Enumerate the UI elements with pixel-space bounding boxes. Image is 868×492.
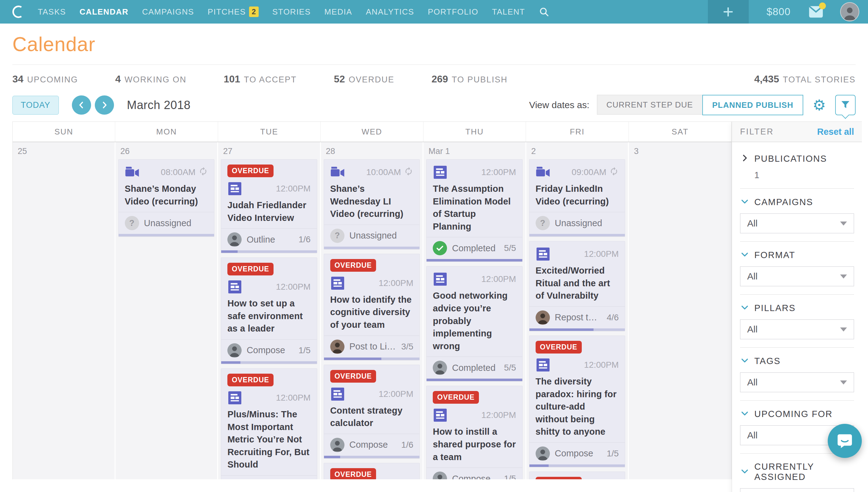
- day-cell-mar-1[interactable]: Mar 112:00PMThe Assumption Elimination M…: [423, 142, 526, 479]
- story-card[interactable]: 12:00PMThe Assumption Elimination Model …: [426, 159, 523, 262]
- story-card[interactable]: OVERDUE12:00PMHow to instill a shared pu…: [426, 386, 523, 479]
- assignee-avatar: [536, 311, 550, 325]
- card-title: The diversity paradox: hiring for cultur…: [536, 375, 619, 438]
- stat-to-accept[interactable]: 101TO ACCEPT: [224, 73, 297, 85]
- story-card[interactable]: OVERDUE12:00PMJudah Friedlander Video In…: [221, 159, 317, 253]
- date-label: 3: [629, 142, 731, 158]
- page-title: Calendar: [13, 33, 855, 56]
- card-body: 12:00PMGood networking advice you’re pro…: [426, 267, 522, 356]
- story-card[interactable]: 12:00PMGood networking advice you’re pro…: [426, 266, 523, 382]
- month-title: March 2018: [127, 99, 191, 112]
- nav-item-label: CAMPAIGNS: [142, 7, 194, 17]
- card-list: 10:00AMShane’s Wednesday LI Video (recur…: [321, 158, 423, 479]
- pillars-select[interactable]: All: [740, 319, 854, 339]
- nav-item-campaigns[interactable]: CAMPAIGNS: [142, 7, 194, 17]
- card-time: 12:00PM: [584, 360, 619, 370]
- overdue-badge: OVERDUE: [433, 391, 479, 404]
- nav-right: + $800: [708, 0, 868, 24]
- day-cell-28[interactable]: 2810:00AMShane’s Wednesday LI Video (rec…: [321, 142, 424, 479]
- workflow-step-label: Outline: [247, 235, 294, 245]
- stat-upcoming[interactable]: 34UPCOMING: [13, 73, 78, 85]
- story-card[interactable]: OVERDUE12:00PMThe diversity paradox: hir…: [529, 336, 625, 467]
- time-text: 10:00AM: [366, 167, 401, 177]
- stat-overdue[interactable]: 52OVERDUE: [334, 73, 394, 85]
- progress-bar: [221, 250, 317, 253]
- segment-current-step-due[interactable]: CURRENT STEP DUE: [597, 95, 702, 115]
- day-cell-2[interactable]: 209:00AMFriday LinkedIn Video (recurring…: [526, 142, 629, 479]
- today-button[interactable]: TODAY: [13, 96, 59, 115]
- filter-section-format[interactable]: FORMAT: [740, 250, 854, 260]
- filter-section-tags[interactable]: TAGS: [740, 356, 854, 366]
- story-card[interactable]: 09:00AMFriday LinkedIn Video (recurring)…: [529, 159, 625, 237]
- progress-bar: [324, 247, 420, 249]
- card-title: How to instill a shared purpose for a te…: [433, 425, 516, 463]
- day-cell-25[interactable]: 25: [13, 142, 116, 479]
- filter-section-upcoming-for[interactable]: UPCOMING FOR: [740, 409, 854, 419]
- user-avatar[interactable]: [840, 2, 859, 21]
- campaigns-select[interactable]: All: [740, 214, 854, 233]
- card-time: 08:00AM: [161, 167, 208, 178]
- segment-planned-publish[interactable]: PLANNED PUBLISH: [702, 95, 803, 115]
- card-body: OVERDUE12:00PMJudah Friedlander Video In…: [221, 159, 317, 228]
- nav-item-talent[interactable]: TALENT: [492, 7, 525, 17]
- nav-item-pitches[interactable]: PITCHES2: [207, 6, 259, 17]
- nav-item-calendar[interactable]: CALENDAR: [80, 7, 128, 17]
- select-value: All: [747, 324, 758, 335]
- publications-count: 1: [754, 170, 854, 180]
- filter-title: FILTER: [740, 127, 774, 137]
- select-value: All: [747, 271, 758, 281]
- day-cell-27[interactable]: 27OVERDUE12:00PMJudah Friedlander Video …: [218, 142, 321, 479]
- story-card[interactable]: 08:00AMShane’s Monday Video (recurring)?…: [118, 159, 215, 237]
- story-card[interactable]: OVERDUE12:00PMPlus/Minus: The Most Impor…: [221, 368, 317, 479]
- filter-section-pillars[interactable]: PILLARS: [740, 303, 854, 313]
- prev-month-button[interactable]: [72, 95, 91, 115]
- story-card[interactable]: OVERDUE12:00PMContent strategy calculato…: [324, 365, 420, 459]
- card-head: 09:00AM: [536, 166, 619, 179]
- chat-launcher-button[interactable]: [828, 424, 862, 458]
- filter-section-currently-assigned[interactable]: CURRENTLY ASSIGNED: [740, 462, 854, 482]
- story-card[interactable]: 12:00PMExcited/Worried Ritual and the ar…: [529, 241, 625, 331]
- tags-select[interactable]: All: [740, 372, 854, 392]
- app-logo[interactable]: [8, 4, 27, 20]
- filter-section-campaigns[interactable]: CAMPAIGNS: [740, 197, 854, 207]
- nav-item-stories[interactable]: STORIES: [272, 7, 311, 17]
- story-card[interactable]: OVERDUE12:00PMHow We Roll: How to determ…: [324, 463, 420, 479]
- nav-item-media[interactable]: MEDIA: [324, 7, 352, 17]
- nav-items: TASKSCALENDARCAMPAIGNSPITCHES2STORIESMED…: [38, 6, 525, 17]
- story-card[interactable]: OVERDUE12:00PMIt’s all about trust: [529, 471, 625, 479]
- search-icon[interactable]: [539, 6, 549, 17]
- card-footer: Outline1/6: [221, 228, 317, 250]
- inbox-button[interactable]: [809, 6, 823, 18]
- workflow-step-label: Compose: [349, 440, 397, 450]
- article-icon: [433, 273, 448, 286]
- nav-item-analytics[interactable]: ANALYTICS: [366, 7, 414, 17]
- format-select[interactable]: All: [740, 267, 854, 286]
- card-body: OVERDUE12:00PMContent strategy calculato…: [324, 365, 420, 434]
- add-story-button[interactable]: +: [708, 0, 749, 24]
- story-card[interactable]: 10:00AMShane’s Wednesday LI Video (recur…: [324, 159, 420, 249]
- next-month-button[interactable]: [95, 95, 114, 115]
- story-card[interactable]: OVERDUE12:00PMHow to set up a safe envir…: [221, 257, 317, 364]
- card-time: 09:00AM: [572, 167, 619, 178]
- stat-to-publish[interactable]: 269TO PUBLISH: [431, 73, 507, 85]
- nav-item-tasks[interactable]: TASKS: [38, 7, 66, 17]
- currently-assigned-select[interactable]: All: [740, 488, 854, 492]
- filter-section-publications[interactable]: PUBLICATIONS: [740, 153, 854, 164]
- gear-icon[interactable]: ⚙: [813, 98, 826, 113]
- card-footer: ?Unassigned: [529, 212, 625, 234]
- reset-all-link[interactable]: Reset all: [817, 127, 854, 137]
- step-fraction: 1/5: [606, 449, 619, 459]
- nav-item-portfolio[interactable]: PORTFOLIO: [428, 7, 478, 17]
- step-fraction: 1/5: [299, 345, 311, 355]
- story-card[interactable]: OVERDUE12:00PMHow to identify the cognit…: [324, 254, 420, 360]
- day-header-thu: THU: [423, 122, 526, 142]
- budget-amount[interactable]: $800: [767, 6, 791, 18]
- day-cell-26[interactable]: 2608:00AMShane’s Monday Video (recurring…: [116, 142, 218, 479]
- section-divider: [740, 294, 854, 295]
- day-cell-3[interactable]: 3: [629, 142, 732, 479]
- stat-working-on[interactable]: 4WORKING ON: [115, 73, 187, 85]
- nav-item-label: PORTFOLIO: [428, 7, 478, 17]
- filter-funnel-icon: [840, 100, 851, 110]
- filter-toggle-button[interactable]: [835, 95, 855, 115]
- stat-label: TOTAL STORIES: [783, 75, 855, 84]
